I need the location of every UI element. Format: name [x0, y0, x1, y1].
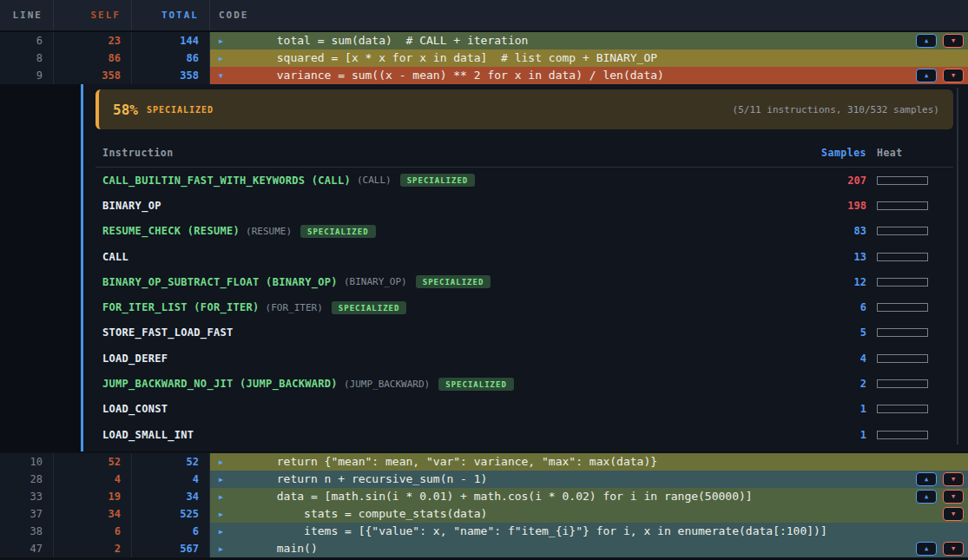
instruction-row: LOAD_SMALL_INT SPECIALIZED 1	[95, 422, 953, 447]
jump-down-button[interactable]: ▼	[943, 507, 964, 521]
instruction-table-header: Instruction Samples Heat	[95, 139, 953, 168]
instruction-rows: CALL_BUILTIN_FAST_WITH_KEYWORDS (CALL) (…	[95, 168, 953, 447]
instruction-samples: 198	[814, 200, 866, 212]
heat-bar	[877, 253, 928, 261]
self-samples-cell: 34	[54, 505, 132, 523]
total-samples-cell: 525	[132, 505, 210, 523]
source-code: items = [{"value": x, "name": f"item_{i}…	[229, 523, 827, 540]
code-cell[interactable]: ▶ return n + recursive_sum(n - 1) ▲ ▼	[210, 471, 968, 488]
code-row: 6 23 144 ▶ total = sum(data) # CALL + it…	[0, 32, 968, 49]
instruction-name: CALL_BUILTIN_FAST_WITH_KEYWORDS (CALL)	[102, 175, 351, 187]
jump-up-button[interactable]: ▲	[916, 472, 937, 486]
jump-down-button[interactable]: ▼	[943, 34, 964, 48]
total-samples-cell: 358	[132, 67, 210, 84]
heat-bar	[877, 303, 928, 312]
code-cell[interactable]: ▶ squared = [x * x for x in data] # list…	[210, 49, 968, 67]
source-code: variance = sum((x - mean) ** 2 for x in …	[229, 67, 664, 84]
total-samples-cell: 144	[132, 32, 210, 49]
header-code: CODE	[210, 0, 968, 30]
total-samples-cell: 4	[132, 471, 210, 488]
line-number-cell: 9	[0, 67, 54, 84]
jump-down-button[interactable]: ▼	[943, 472, 964, 486]
jump-down-button[interactable]: ▼	[943, 542, 964, 556]
detail-scrollbar[interactable]	[957, 88, 958, 445]
instruction-name: LOAD_CONST	[102, 403, 168, 415]
total-samples-cell: 52	[132, 453, 210, 471]
header-heat: Heat	[877, 147, 928, 159]
heat-bar	[877, 405, 928, 413]
specialized-badge: SPECIALIZED	[332, 301, 407, 314]
instruction-name: CALL	[102, 251, 128, 263]
instruction-samples: 4	[814, 352, 866, 365]
instruction-name-group: STORE_FAST_LOAD_FAST SPECIALIZED	[102, 326, 814, 339]
expand-toggle-icon[interactable]: ▶	[210, 528, 229, 536]
code-row: 38 6 6 ▶ items = [{"value": x, "name": f…	[0, 523, 968, 540]
instruction-row: LOAD_CONST SPECIALIZED 1	[95, 397, 953, 422]
self-samples-cell: 52	[54, 453, 132, 471]
code-row: 47 2 567 ▶ main() ▲ ▼	[0, 540, 968, 557]
self-samples-cell: 23	[54, 32, 132, 49]
instruction-samples: 1	[814, 429, 866, 441]
instruction-samples: 13	[814, 251, 866, 263]
row-buttons: ▲ ▼	[916, 542, 964, 556]
jump-up-button[interactable]: ▲	[916, 34, 937, 48]
header-total: TOTAL	[132, 0, 210, 30]
code-rows-bottom: 10 52 52 ▶ return {"mean": mean, "var": …	[0, 453, 968, 557]
detail-gutter	[0, 84, 81, 451]
expand-toggle-icon[interactable]: ▶	[210, 545, 229, 553]
instruction-name-group: CALL_BUILTIN_FAST_WITH_KEYWORDS (CALL) (…	[102, 174, 814, 187]
heat-bar	[877, 328, 928, 337]
row-buttons: ▲ ▼	[916, 490, 964, 504]
detail-content: 58% SPECIALIZED (5/11 instructions, 310/…	[83, 84, 968, 451]
instruction-name-group: FOR_ITER_LIST (FOR_ITER) (FOR_ITER) SPEC…	[102, 301, 814, 314]
code-row: 33 19 34 ▶ data = [math.sin(i * 0.01) + …	[0, 488, 968, 505]
jump-down-button[interactable]: ▼	[943, 490, 964, 504]
self-samples-cell: 6	[54, 523, 132, 540]
instruction-row: BINARY_OP_SUBTRACT_FLOAT (BINARY_OP) (BI…	[95, 269, 953, 294]
expanded-detail-panel: 58% SPECIALIZED (5/11 instructions, 310/…	[0, 84, 968, 451]
instruction-samples: 83	[814, 225, 866, 237]
instruction-name: RESUME_CHECK (RESUME)	[102, 225, 240, 237]
specialization-summary-bar: 58% SPECIALIZED (5/11 instructions, 310/…	[95, 89, 953, 129]
line-number-cell: 10	[0, 453, 54, 471]
header-instruction: Instruction	[102, 147, 814, 159]
source-code: data = [math.sin(i * 0.01) + math.cos(i …	[229, 488, 753, 505]
source-code: stats = compute_stats(data)	[229, 505, 487, 523]
expand-toggle-icon[interactable]: ▶	[210, 476, 229, 484]
expand-toggle-icon[interactable]: ▶	[210, 511, 229, 518]
specialized-label: SPECIALIZED	[147, 105, 214, 115]
code-cell[interactable]: ▶ return {"mean": mean, "var": variance,…	[210, 453, 968, 471]
specialized-badge: SPECIALIZED	[400, 174, 476, 187]
expand-toggle-icon[interactable]: ▶	[210, 493, 229, 501]
instruction-base-op: (JUMP_BACKWARD)	[344, 379, 430, 390]
total-samples-cell: 34	[132, 488, 210, 505]
instruction-row: CALL_BUILTIN_FAST_WITH_KEYWORDS (CALL) (…	[95, 168, 953, 193]
code-cell[interactable]: ▼ variance = sum((x - mean) ** 2 for x i…	[210, 67, 968, 84]
expand-toggle-icon[interactable]: ▶	[210, 37, 229, 45]
jump-up-button[interactable]: ▲	[916, 542, 937, 556]
expand-toggle-icon[interactable]: ▶	[210, 55, 229, 63]
code-cell[interactable]: ▶ stats = compute_stats(data) ▲ ▼	[210, 505, 968, 523]
source-code: squared = [x * x for x in data] # list c…	[229, 49, 657, 67]
source-code: total = sum(data) # CALL + iteration	[229, 32, 528, 49]
code-cell[interactable]: ▶ total = sum(data) # CALL + iteration ▲…	[210, 32, 968, 49]
line-number-cell: 47	[0, 540, 54, 557]
instruction-name: JUMP_BACKWARD_NO_JIT (JUMP_BACKWARD)	[102, 378, 338, 390]
expand-toggle-icon[interactable]: ▶	[210, 458, 229, 466]
jump-up-button[interactable]: ▲	[916, 490, 937, 504]
code-row: 9 358 358 ▼ variance = sum((x - mean) **…	[0, 67, 968, 84]
total-samples-cell: 567	[132, 540, 210, 557]
instruction-samples: 5	[814, 326, 866, 339]
jump-up-button[interactable]: ▲	[916, 69, 937, 82]
header-self: SELF	[54, 0, 132, 30]
code-cell[interactable]: ▶ items = [{"value": x, "name": f"item_{…	[210, 523, 968, 540]
code-row: 37 34 525 ▶ stats = compute_stats(data) …	[0, 505, 968, 523]
expand-toggle-icon[interactable]: ▼	[210, 72, 229, 80]
instruction-name-group: CALL SPECIALIZED	[102, 251, 814, 263]
code-cell[interactable]: ▶ main() ▲ ▼	[210, 540, 968, 557]
table-header-row: LINE SELF TOTAL CODE	[0, 0, 968, 32]
self-samples-cell: 2	[54, 540, 132, 557]
heat-bar	[877, 227, 928, 235]
jump-down-button[interactable]: ▼	[943, 69, 964, 82]
code-cell[interactable]: ▶ data = [math.sin(i * 0.01) + math.cos(…	[210, 488, 968, 505]
